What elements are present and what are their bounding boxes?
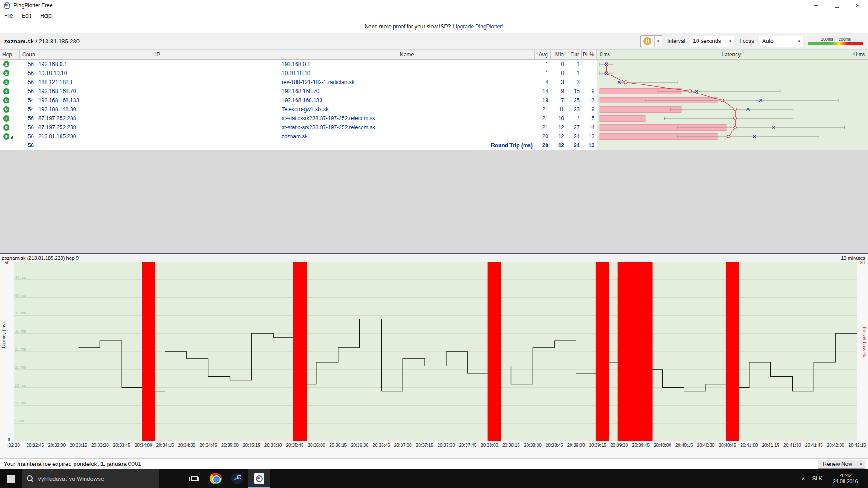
maximize-button[interactable] <box>826 0 847 11</box>
chrome-icon <box>210 473 222 484</box>
clock-date: 24.08.2016 <box>826 479 865 484</box>
pingplotter-taskbar-button[interactable] <box>248 469 270 488</box>
latency-scale-max: 41 ms <box>853 52 865 57</box>
time-tick-label: 20:33:30 <box>91 443 109 448</box>
start-button[interactable] <box>0 469 22 488</box>
y-axis-min-label: 0 <box>8 437 10 442</box>
avg-cell: 20 <box>535 132 551 141</box>
taskbar-clock[interactable]: 20:42 24.08.2016 <box>826 473 865 484</box>
svg-text:10 ms: 10 ms <box>15 401 26 405</box>
count-cell: 56 <box>20 69 36 78</box>
min-cell: 9 <box>551 87 566 96</box>
minimize-icon <box>814 5 818 6</box>
menu-bar: File Edit Help <box>0 11 868 21</box>
menu-edit[interactable]: Edit <box>22 13 31 19</box>
table-row[interactable]: 956213.81.185.230zoznam.sk20122413 <box>0 132 868 141</box>
min-cell: 11 <box>551 105 566 114</box>
hop-cell: 5 <box>0 96 20 105</box>
renew-group: Renew Now ▾ <box>818 460 865 469</box>
round-trip-cur: 24 <box>566 141 582 150</box>
svg-text:35 ms: 35 ms <box>15 311 26 315</box>
ip-cell: 87.197.252.238 <box>36 123 279 132</box>
col-header-ip[interactable]: IP <box>36 50 279 60</box>
name-cell: 192.168.0.1 <box>279 60 535 69</box>
col-header-cur[interactable]: Cur <box>566 50 582 60</box>
tray-expand-button[interactable]: ∧ <box>797 476 809 482</box>
avg-cell: 1 <box>535 60 551 69</box>
table-row[interactable]: 25610.10.10.1010.10.10.10101 <box>0 69 868 78</box>
count-cell: 56 <box>20 87 36 96</box>
table-row[interactable]: 554192.168.168.133192.168.168.1331972513 <box>0 96 868 105</box>
col-header-min[interactable]: Min <box>551 50 566 60</box>
taskbar-search[interactable]: Vyhľadávať vo Windowse <box>22 469 159 488</box>
ip-cell: 87.197.252.238 <box>36 114 279 123</box>
time-tick-label: 20:39:45 <box>632 443 650 448</box>
svg-text:25 ms: 25 ms <box>15 347 26 352</box>
time-tick-label: 20:35:15 <box>243 443 260 448</box>
time-tick-label: 20:33:00 <box>48 443 66 448</box>
min-cell: 7 <box>551 96 566 105</box>
time-tick-label: 20:41:00 <box>740 443 758 448</box>
time-axis: :32:3020:32:4520:33:0020:33:1520:33:3020… <box>0 443 868 449</box>
count-cell: 56 <box>20 132 36 141</box>
table-row[interactable]: 85687.197.252.238st-static-srk238.87-197… <box>0 123 868 132</box>
time-tick-label: 20:37:45 <box>459 443 476 448</box>
hop-cell: 6 <box>0 105 20 114</box>
col-header-avg[interactable]: Avg <box>535 50 551 60</box>
col-header-name[interactable]: Name <box>279 50 535 60</box>
menu-help[interactable]: Help <box>40 13 52 19</box>
table-row[interactable]: 654192.108.148.30Telekom-gw1.six.sk21112… <box>0 105 868 114</box>
name-cell: 192.168.168.70 <box>279 87 535 96</box>
language-indicator[interactable]: SLK <box>809 475 826 482</box>
pause-button[interactable] <box>641 36 654 47</box>
latency-cell <box>597 78 868 87</box>
round-trip-row: 56 Round Trip (ms) 20 12 24 13 <box>0 141 868 150</box>
focus-select[interactable]: Auto ▾ <box>759 36 803 47</box>
upgrade-link[interactable]: Upgrade PingPlotter! <box>453 23 503 30</box>
renew-now-button[interactable]: Renew Now <box>818 460 857 469</box>
chevron-down-icon: ▾ <box>726 39 731 43</box>
cur-cell: 3 <box>566 78 582 87</box>
time-tick-label: 20:40:00 <box>654 443 671 448</box>
table-row[interactable]: 156192.168.0.1192.168.0.1101 <box>0 60 868 69</box>
chrome-taskbar-button[interactable] <box>205 469 226 488</box>
minimize-button[interactable] <box>806 0 826 11</box>
pingplotter-window: PingPlotter Free ✕ File Edit Help Need m… <box>0 0 868 488</box>
avg-cell: 19 <box>535 96 551 105</box>
min-cell: 12 <box>551 132 566 141</box>
table-row[interactable]: 456192.168.168.70192.168.168.70149159 <box>0 87 868 96</box>
pause-dropdown-button[interactable]: ▾ <box>654 36 662 47</box>
latency-cell <box>597 105 868 114</box>
latency-threshold-legend: 100ms 200ms <box>808 37 863 45</box>
time-tick-label: 20:40:30 <box>697 443 715 448</box>
time-tick-label: 20:33:15 <box>70 443 87 448</box>
col-header-pl[interactable]: PL% <box>582 50 597 60</box>
table-row[interactable]: 356188.121.182.1rev-188-121-182-1.radiol… <box>0 78 868 87</box>
system-tray: ∧ SLK 20:42 24.08.2016 <box>797 469 868 488</box>
col-header-latency[interactable]: 0 ms Latency 41 ms <box>597 50 868 60</box>
pl-cell: 14 <box>582 123 597 132</box>
close-button[interactable]: ✕ <box>847 0 868 11</box>
hop-number-badge: 5 <box>3 97 9 103</box>
table-row[interactable]: 75687.197.252.238st-static-srk238.87-197… <box>0 114 868 123</box>
avg-cell: 21 <box>535 105 551 114</box>
time-tick-label: 20:39:15 <box>589 443 606 448</box>
renew-dropdown-button[interactable]: ▾ <box>857 460 865 469</box>
time-tick-label: 20:35:45 <box>286 443 304 448</box>
time-tick-label: 20:38:45 <box>546 443 563 448</box>
avg-cell: 21 <box>535 114 551 123</box>
task-view-button[interactable] <box>183 469 205 488</box>
time-tick-label: 20:39:00 <box>567 443 585 448</box>
col-header-count[interactable]: Coun <box>20 50 36 60</box>
pl-cell <box>582 78 597 87</box>
avg-cell: 4 <box>535 78 551 87</box>
pinned-app-button[interactable] <box>226 469 248 488</box>
cur-cell: 15 <box>566 87 582 96</box>
col-header-hop[interactable]: Hop <box>0 50 20 60</box>
interval-select[interactable]: 10 seconds ▾ <box>690 36 734 47</box>
time-graph-header: zoznam.sk (213.81.185.230) hop 9 10 minu… <box>0 254 868 262</box>
cur-cell: 25 <box>566 96 582 105</box>
cur-cell: 1 <box>566 60 582 69</box>
time-tick-label: 20:41:15 <box>762 443 779 448</box>
menu-file[interactable]: File <box>4 13 13 19</box>
